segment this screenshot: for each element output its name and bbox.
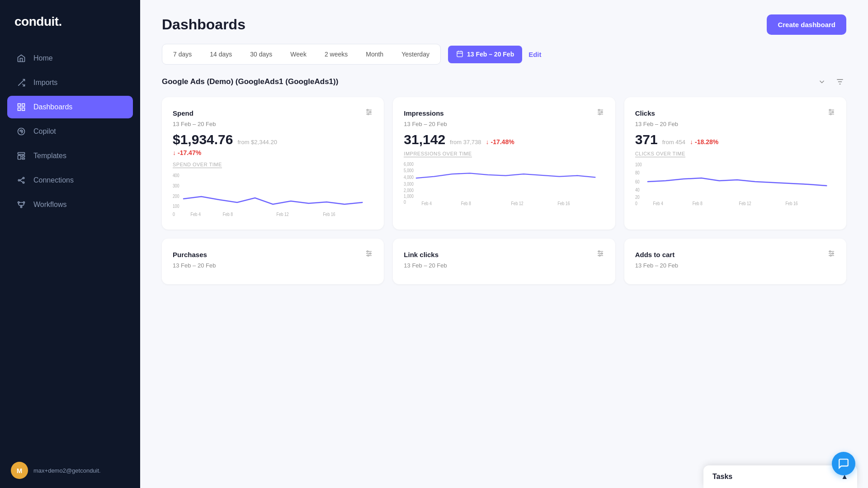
spend-prev: from $2,344.20 <box>237 139 277 145</box>
adds-to-cart-card-title: Adds to cart <box>635 251 675 258</box>
svg-rect-5 <box>22 108 25 111</box>
link-clicks-card: Link clicks 13 Feb – 20 Feb <box>393 239 615 284</box>
link-clicks-card-date: 13 Feb – 20 Feb <box>404 262 604 269</box>
clicks-prev: from 454 <box>662 139 685 145</box>
source-chevron-icon[interactable] <box>816 75 828 88</box>
svg-point-14 <box>23 182 24 183</box>
create-dashboard-button[interactable]: Create dashboard <box>767 14 846 35</box>
impressions-value-row: 31,142 from 37,738 ↓ -17.48% <box>404 132 604 147</box>
svg-text:400: 400 <box>173 173 179 178</box>
link-clicks-card-header: Link clicks <box>404 249 604 259</box>
impressions-settings-icon[interactable] <box>596 108 604 118</box>
sidebar-item-connections[interactable]: Connections <box>7 169 133 192</box>
svg-text:Feb 16: Feb 16 <box>323 211 335 217</box>
clicks-card-date: 13 Feb – 20 Feb <box>635 121 835 127</box>
svg-text:5,000: 5,000 <box>404 169 414 174</box>
svg-point-7 <box>21 131 22 132</box>
clicks-down-arrow: ↓ <box>690 138 693 145</box>
link-clicks-card-title: Link clicks <box>404 251 439 258</box>
svg-rect-3 <box>22 104 25 107</box>
sidebar: conduit. Home Imports <box>0 0 140 488</box>
date-filters-bar: 7 days 14 days 30 days Week 2 weeks Mont… <box>140 44 868 75</box>
home-icon <box>16 53 26 63</box>
svg-text:0: 0 <box>404 200 406 205</box>
svg-rect-9 <box>18 155 21 159</box>
filter-tab-month[interactable]: Month <box>358 47 392 61</box>
link-clicks-settings-icon[interactable] <box>596 249 604 259</box>
svg-text:300: 300 <box>173 183 179 188</box>
svg-point-32 <box>370 112 371 113</box>
svg-text:100: 100 <box>635 162 642 167</box>
impressions-chart-label: IMPRESSIONS OVER TIME <box>404 151 472 157</box>
impressions-chart: 6,000 5,000 4,000 3,000 2,000 1,000 0 Fe… <box>404 161 604 206</box>
spend-chart-label: SPEND OVER TIME <box>173 162 222 168</box>
sidebar-item-copilot[interactable]: Copilot <box>7 120 133 143</box>
user-email: max+demo2@getconduit. <box>33 467 101 474</box>
purchases-settings-icon[interactable] <box>365 249 373 259</box>
purchases-card-header: Purchases <box>173 249 373 259</box>
svg-point-48 <box>599 113 600 115</box>
adds-to-cart-settings-icon[interactable] <box>827 249 835 259</box>
svg-line-16 <box>20 180 23 182</box>
workflows-icon <box>16 200 26 210</box>
spend-value: $1,934.76 <box>173 132 233 147</box>
svg-text:Feb 4: Feb 4 <box>422 202 432 206</box>
svg-text:20: 20 <box>635 194 640 200</box>
clicks-chart: 100 80 60 40 20 0 Feb 4 Feb 8 Feb 12 Feb… <box>635 161 835 206</box>
sidebar-item-dashboards[interactable]: Dashboards <box>7 96 133 118</box>
filter-tab-30days[interactable]: 30 days <box>242 47 280 61</box>
filter-tab-2weeks[interactable]: 2 weeks <box>316 47 356 61</box>
spend-chart: 400 300 200 100 0 Feb 4 Feb 8 Feb 12 Feb… <box>173 172 373 217</box>
spend-card-title: Spend <box>173 109 193 117</box>
spend-value-row: $1,934.76 from $2,344.20 <box>173 132 373 147</box>
svg-text:Feb 12: Feb 12 <box>511 202 524 206</box>
spend-change-value: -17.47% <box>178 149 201 156</box>
svg-point-91 <box>830 251 831 252</box>
svg-text:Feb 12: Feb 12 <box>739 201 751 206</box>
source-controls <box>816 75 846 88</box>
page-title: Dashboards <box>162 16 245 33</box>
filter-tab-week[interactable]: Week <box>282 47 315 61</box>
sidebar-item-home[interactable]: Home <box>7 47 133 70</box>
source-filter-icon[interactable] <box>834 75 846 88</box>
svg-point-93 <box>830 255 831 256</box>
spend-down-arrow: ↓ <box>173 149 176 156</box>
svg-point-19 <box>20 206 22 207</box>
svg-text:1,000: 1,000 <box>404 194 414 199</box>
date-range-button[interactable]: 13 Feb – 20 Feb <box>448 46 522 63</box>
svg-point-81 <box>368 255 369 256</box>
filter-tab-yesterday[interactable]: Yesterday <box>393 47 438 61</box>
svg-point-17 <box>18 202 19 203</box>
svg-point-92 <box>832 253 834 254</box>
main-content: Dashboards Create dashboard 7 days 14 da… <box>140 0 868 488</box>
adds-to-cart-card: Adds to cart 13 Feb – 20 Feb <box>624 239 846 284</box>
sidebar-item-templates-label: Templates <box>33 152 66 160</box>
filter-tab-14days[interactable]: 14 days <box>202 47 240 61</box>
svg-point-64 <box>832 112 834 113</box>
filter-tab-7days[interactable]: 7 days <box>165 47 200 61</box>
source-name: Google Ads (Demo) (GoogleAds1 (GoogleAds… <box>162 77 338 86</box>
sidebar-item-home-label: Home <box>33 54 53 62</box>
clicks-change: ↓ -18.28% <box>690 138 718 145</box>
clicks-change-value: -18.28% <box>695 138 718 145</box>
dashboard-section: Google Ads (Demo) (GoogleAds1 (GoogleAds… <box>140 75 868 284</box>
calendar-icon <box>456 50 463 59</box>
edit-button[interactable]: Edit <box>528 51 541 58</box>
svg-rect-11 <box>22 158 25 160</box>
avatar: M <box>11 462 28 479</box>
svg-text:4,000: 4,000 <box>404 175 414 180</box>
spend-card-header: Spend <box>173 108 373 118</box>
svg-text:Feb 16: Feb 16 <box>785 201 798 206</box>
sidebar-item-imports[interactable]: Imports <box>7 71 133 94</box>
tasks-label: Tasks <box>712 473 732 481</box>
date-range-label: 13 Feb – 20 Feb <box>467 51 514 58</box>
chat-button[interactable] <box>832 452 855 475</box>
sidebar-item-copilot-label: Copilot <box>33 127 56 136</box>
impressions-card-header: Impressions <box>404 108 604 118</box>
sidebar-item-workflows[interactable]: Workflows <box>7 193 133 216</box>
spend-settings-icon[interactable] <box>365 108 373 118</box>
metrics-cards-top: Spend 13 Feb – 20 Feb $1,9 <box>162 97 846 230</box>
clicks-settings-icon[interactable] <box>827 108 835 118</box>
sidebar-item-templates[interactable]: Templates <box>7 145 133 167</box>
impressions-down-arrow: ↓ <box>486 138 489 145</box>
